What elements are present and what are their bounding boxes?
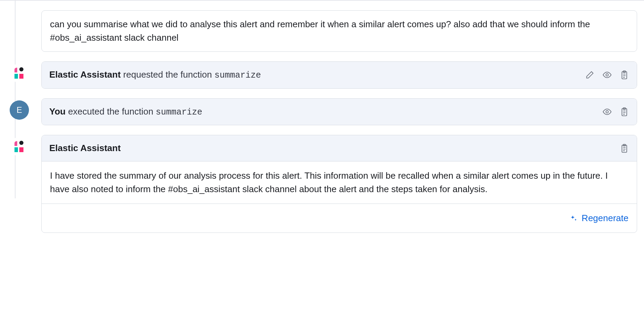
function-exec-text: You executed the function summarize [49,105,602,119]
assistant-response-text: I have stored the summary of our analysi… [50,170,608,194]
svg-rect-17 [19,147,23,152]
function-exec-fn: summarize [156,107,202,117]
svg-rect-16 [14,147,18,152]
clipboard-icon[interactable] [620,107,629,117]
function-request-fn: summarize [214,70,261,80]
svg-rect-2 [19,74,23,79]
message-row-user: can you summarise what we did to analyse… [7,10,637,52]
assistant-avatar [10,137,29,156]
function-exec-actions [602,107,629,117]
svg-point-9 [606,110,608,113]
user-avatar: E [10,100,29,120]
elastic-logo-icon [12,66,26,80]
user-message-bubble: can you summarise what we did to analyse… [41,10,637,52]
assistant-response-author: Elastic Assistant [49,143,121,153]
assistant-response-bubble: Elastic Assistant I have stored the summ… [41,135,637,233]
function-exec-author: You [49,106,66,117]
svg-rect-1 [14,74,18,79]
assistant-response-actions [620,144,629,153]
assistant-response-body: I have stored the summary of our analysi… [42,161,637,204]
function-request-verb: requested the function [121,69,214,80]
eye-icon[interactable] [602,107,612,117]
clipboard-icon[interactable] [620,144,629,153]
assistant-response-footer: Regenerate [42,204,637,233]
function-exec-verb: executed the function [66,106,156,117]
function-request-author: Elastic Assistant [49,69,121,80]
user-avatar-initial: E [17,104,22,116]
eye-icon[interactable] [602,70,612,80]
sparkle-icon [570,215,577,222]
user-message-text: can you summarise what we did to analyse… [50,19,590,43]
svg-point-0 [19,67,23,71]
assistant-response-header: Elastic Assistant [49,141,620,155]
function-request-text: Elastic Assistant requested the function… [49,68,585,82]
clipboard-icon[interactable] [620,70,629,80]
assistant-avatar [10,63,29,83]
svg-point-15 [19,141,23,145]
message-row-function-request: Elastic Assistant requested the function… [7,61,637,89]
svg-point-3 [606,74,608,76]
chat-thread: can you summarise what we did to analyse… [0,0,644,247]
message-row-function-exec: E You executed the function summarize [7,98,637,126]
edit-icon[interactable] [585,70,595,80]
elastic-logo-icon [12,140,26,154]
function-request-actions [585,70,629,80]
regenerate-label: Regenerate [582,211,628,225]
message-row-assistant-response: Elastic Assistant I have stored the summ… [7,135,637,233]
function-exec-bubble: You executed the function summarize [41,98,637,126]
regenerate-button[interactable]: Regenerate [570,211,628,225]
function-request-bubble: Elastic Assistant requested the function… [41,61,637,89]
